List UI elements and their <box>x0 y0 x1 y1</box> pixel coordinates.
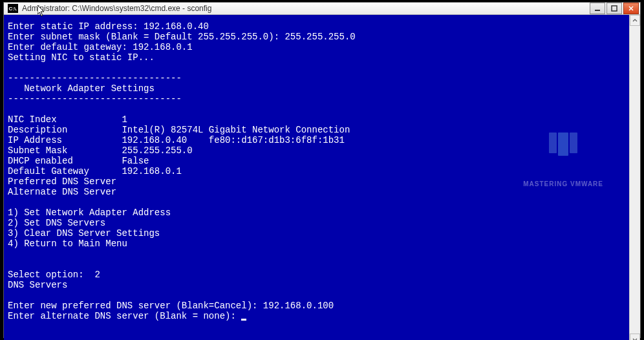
scroll-up-button[interactable] <box>630 15 640 26</box>
term-line: Description Intel(R) 82574L Gigabit Netw… <box>8 125 350 135</box>
watermark: MASTERING VMWARE <box>523 112 603 210</box>
term-line: Enter new preferred DNS server (Blank=Ca… <box>8 301 334 311</box>
window-title: Administrator: C:\Windows\system32\cmd.e… <box>22 4 590 13</box>
window-controls <box>590 3 639 14</box>
minimize-button[interactable] <box>590 3 605 14</box>
scroll-track[interactable] <box>630 26 640 334</box>
titlebar[interactable]: C:\. Administrator: C:\Windows\system32\… <box>4 3 640 15</box>
term-line: DHCP enabled False <box>8 156 149 166</box>
terminal-area: Enter static IP address: 192.168.0.40 En… <box>4 15 640 340</box>
term-line: 1) Set Network Adapter Address <box>8 207 171 218</box>
term-line: Enter static IP address: 192.168.0.40 <box>8 21 209 32</box>
watermark-logo-icon <box>523 133 603 156</box>
term-line: DNS Servers <box>8 280 67 290</box>
term-line: Setting NIC to static IP... <box>8 52 155 63</box>
maximize-button[interactable] <box>606 3 622 14</box>
app-icon: C:\. <box>8 4 18 13</box>
close-icon <box>628 5 634 12</box>
maximize-icon <box>611 5 617 12</box>
scroll-down-button[interactable] <box>630 334 640 340</box>
term-line: -------------------------------- <box>8 73 182 83</box>
cmd-window: C:\. Administrator: C:\Windows\system32\… <box>3 2 641 338</box>
term-line: IP Address 192.168.0.40 fe80::d167:d1b3:… <box>8 135 345 145</box>
term-line: Alternate DNS Server <box>8 187 116 197</box>
chevron-down-icon <box>632 337 638 341</box>
term-line: 3) Clear DNS Server Settings <box>8 228 160 239</box>
watermark-text: MASTERING VMWARE <box>523 179 603 189</box>
terminal-output[interactable]: Enter static IP address: 192.168.0.40 En… <box>4 15 629 340</box>
term-line: -------------------------------- <box>8 94 182 104</box>
term-line: Select option: 2 <box>8 270 100 280</box>
chevron-up-icon <box>632 18 638 23</box>
close-button[interactable] <box>623 3 639 14</box>
term-line: Network Adapter Settings <box>8 83 155 94</box>
term-line: Default Gateway 192.168.0.1 <box>8 166 182 176</box>
term-line: Subnet Mask 255.255.255.0 <box>8 145 193 156</box>
term-line: 4) Return to Main Menu <box>8 239 127 249</box>
vertical-scrollbar[interactable] <box>629 15 640 340</box>
term-line: 2) Set DNS Servers <box>8 218 105 228</box>
svg-rect-0 <box>595 10 600 11</box>
term-line: Enter alternate DNS server (Blank = none… <box>8 311 241 321</box>
cursor <box>241 319 246 321</box>
term-line: NIC Index 1 <box>8 114 127 125</box>
svg-rect-1 <box>612 6 617 11</box>
minimize-icon <box>594 5 601 12</box>
term-line: Enter default gateway: 192.168.0.1 <box>8 42 193 52</box>
term-line: Enter subnet mask (Blank = Default 255.2… <box>8 32 356 42</box>
term-line: Preferred DNS Server <box>8 176 116 187</box>
